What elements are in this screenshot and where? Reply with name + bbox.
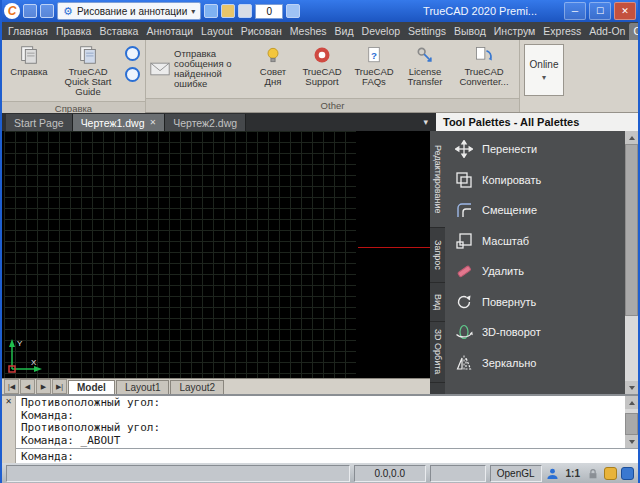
ribbon-tab-addon[interactable]: Add-On <box>585 23 629 40</box>
window-title: TrueCAD 2020 Premi... <box>423 5 537 17</box>
brightness-icon[interactable] <box>604 467 617 480</box>
scrollbar-thumb[interactable] <box>625 144 638 316</box>
button-label: License Transfer <box>400 67 450 87</box>
pin-icon[interactable] <box>40 4 54 18</box>
save-icon[interactable] <box>204 4 218 18</box>
palette-item-rotate[interactable]: Повернуть <box>445 287 625 318</box>
scrollbar-track[interactable] <box>625 316 638 381</box>
command-input[interactable]: Команда: <box>16 448 638 464</box>
next-layout-button[interactable]: ▶ <box>36 379 51 394</box>
zoom-ratio[interactable]: 1:1 <box>564 468 582 479</box>
palette-item-scale[interactable]: Масштаб <box>445 226 625 257</box>
close-button[interactable]: ✕ <box>614 2 636 20</box>
tip-of-day-button[interactable]: Совет Дня <box>252 42 294 96</box>
palette-scrollbar[interactable] <box>625 131 638 394</box>
minimize-button[interactable]: ─ <box>564 2 586 20</box>
ribbon-tab-express[interactable]: Express <box>539 23 585 40</box>
online-button[interactable]: Online ▾ <box>524 44 564 96</box>
tab-layout1[interactable]: Layout1 <box>116 380 170 394</box>
scroll-up-icon[interactable] <box>625 396 638 409</box>
tab-model[interactable]: Model <box>68 380 115 394</box>
lock-icon[interactable] <box>586 467 600 481</box>
close-tab-icon[interactable]: ✕ <box>150 118 157 127</box>
app-logo-icon[interactable]: C <box>4 3 20 19</box>
palette-tab-inquiry[interactable]: Запрос <box>430 228 445 283</box>
renderer-toggle[interactable]: OpenGL <box>490 465 542 482</box>
ribbon-tab-edit[interactable]: Правка <box>52 23 95 40</box>
tab-drawing1[interactable]: Чертеж1.dwg ✕ <box>73 114 166 131</box>
ribbon-tab-layout[interactable]: Layout <box>197 23 237 40</box>
ribbon-tab-tools[interactable]: Инструм <box>490 23 539 40</box>
palette-item-3d-rotate[interactable]: 3D-поворот <box>445 317 625 348</box>
prev-layout-button[interactable]: ◀ <box>20 379 35 394</box>
support-lifering-icon <box>312 44 332 66</box>
ribbon-tab-view[interactable]: Вид <box>331 23 358 40</box>
palette-tab-view[interactable]: Вид <box>430 283 445 322</box>
envelope-icon <box>150 61 170 77</box>
palette-tab-edit[interactable]: Редактирование <box>430 131 445 228</box>
print-icon[interactable] <box>238 4 252 18</box>
quick-start-guide-button[interactable]: TrueCAD Quick Start Guide <box>54 42 122 99</box>
palette-header[interactable]: Tool Palettes - All Palettes <box>434 113 638 131</box>
ribbon-tab-draw[interactable]: Рисован <box>237 23 286 40</box>
main-area: Y X |◀ ◀ ▶ ▶| Model Layout1 Layout2 Реда… <box>2 131 638 394</box>
status-spacer <box>430 465 486 482</box>
menu-icon[interactable] <box>23 4 37 18</box>
tab-start-page[interactable]: Start Page <box>6 114 73 131</box>
copy-icon <box>454 170 473 189</box>
chevron-down-icon: ▾ <box>542 73 546 82</box>
palette-tab-3d-orbit[interactable]: 3D Орбита <box>430 322 445 383</box>
layout-tab-bar: |◀ ◀ ▶ ▶| Model Layout1 Layout2 <box>2 378 430 394</box>
ribbon-tab-annotate[interactable]: Аннотаци <box>142 23 197 40</box>
tab-label: Чертеж2.dwg <box>173 117 237 129</box>
tab-drawing2[interactable]: Чертеж2.dwg <box>165 114 246 131</box>
user-icon[interactable] <box>546 467 560 481</box>
faqs-button[interactable]: ? TrueCAD FAQs <box>350 42 398 96</box>
network-icon[interactable] <box>621 467 634 480</box>
converter-button[interactable]: TrueCAD Converter... <box>452 42 516 96</box>
palette-item-mirror[interactable]: Зеркально <box>445 348 625 379</box>
help-button[interactable]: Справка <box>5 42 53 99</box>
support-button[interactable]: TrueCAD Support <box>295 42 349 96</box>
ribbon-tab-settings[interactable]: Settings <box>404 23 450 40</box>
last-layout-button[interactable]: ▶| <box>52 379 67 394</box>
palette-item-offset[interactable]: Смещение <box>445 195 625 226</box>
palette-item-label: Повернуть <box>482 296 536 308</box>
drawing-canvas[interactable]: Y X |◀ ◀ ▶ ▶| Model Layout1 Layout2 <box>2 131 430 394</box>
tab-overflow-button[interactable]: ▾ <box>423 117 428 127</box>
report-error-button[interactable]: Отправка сообщения о найденной ошибке <box>149 42 251 96</box>
ribbon-tab-meshes[interactable]: Meshes <box>286 23 331 40</box>
ribbon-tab-insert[interactable]: Вставка <box>95 23 142 40</box>
ribbon-group-other: Отправка сообщения о найденной ошибке Со… <box>146 40 520 112</box>
gear-icon: ⚙ <box>63 6 73 17</box>
first-layout-button[interactable]: |◀ <box>4 379 19 394</box>
tab-layout2[interactable]: Layout2 <box>170 380 224 394</box>
ribbon-tab-help[interactable]: Справк <box>629 23 638 40</box>
workspace-selector[interactable]: ⚙ Рисование и аннотации ▾ <box>57 2 201 20</box>
info-icon[interactable] <box>125 67 140 82</box>
quick-value-field[interactable]: 0 <box>255 4 283 19</box>
scroll-down-icon[interactable] <box>625 435 638 448</box>
license-transfer-button[interactable]: License Transfer <box>399 42 451 96</box>
palette-item-erase[interactable]: Удалить <box>445 256 625 287</box>
ribbon-tab-home[interactable]: Главная <box>4 23 52 40</box>
palette-item-label: Смещение <box>482 204 537 216</box>
undo-icon[interactable] <box>286 4 300 18</box>
command-scrollbar[interactable] <box>625 396 638 448</box>
scroll-down-icon[interactable] <box>625 381 638 394</box>
sync-icon[interactable] <box>125 46 140 61</box>
titlebar: C ⚙ Рисование и аннотации ▾ 0 TrueCAD 20… <box>2 0 638 22</box>
palette-item-move[interactable]: Перенести <box>445 134 625 165</box>
command-history[interactable]: Противоположный угол: Команда: Противопо… <box>16 396 625 448</box>
palette-item-copy[interactable]: Копировать <box>445 165 625 196</box>
maximize-button[interactable]: ☐ <box>589 2 611 20</box>
ucs-x-label: X <box>31 358 37 367</box>
tab-label: Чертеж1.dwg <box>81 117 145 129</box>
scrollbar-thumb[interactable] <box>625 413 638 435</box>
open-icon[interactable] <box>221 4 235 18</box>
ribbon-tab-output[interactable]: Вывод <box>450 23 490 40</box>
ribbon-tab-develop[interactable]: Develop <box>358 23 405 40</box>
close-icon[interactable]: ✕ <box>2 396 15 408</box>
tool-palette: Редактирование Запрос Вид 3D Орбита Пере… <box>430 131 638 394</box>
scroll-up-icon[interactable] <box>625 131 638 144</box>
